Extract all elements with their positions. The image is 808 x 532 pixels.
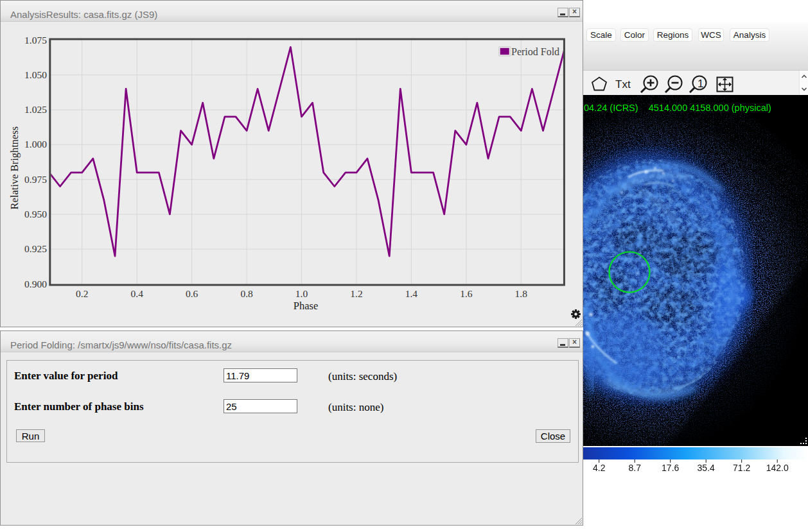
- svg-text:1.0: 1.0: [295, 288, 308, 299]
- svg-text:0.950: 0.950: [24, 209, 47, 219]
- svg-text:71.2: 71.2: [733, 463, 750, 473]
- svg-text:0.925: 0.925: [24, 243, 47, 254]
- svg-text:1.2: 1.2: [350, 288, 362, 299]
- svg-text:1.000: 1.000: [24, 139, 47, 150]
- svg-text:1.050: 1.050: [24, 69, 47, 80]
- svg-text:0.2: 0.2: [76, 288, 88, 299]
- svg-text:1: 1: [698, 78, 703, 90]
- svg-text:1.6: 1.6: [460, 288, 473, 299]
- svg-text:0.8: 0.8: [240, 288, 253, 299]
- svg-text:4.2: 4.2: [593, 463, 606, 473]
- svg-text:35.4: 35.4: [698, 463, 715, 473]
- svg-text:Relative Brightness: Relative Brightness: [8, 126, 21, 210]
- svg-text:1.025: 1.025: [24, 104, 47, 115]
- svg-text:Phase: Phase: [294, 300, 319, 312]
- svg-text:17.6: 17.6: [662, 463, 679, 473]
- svg-text:1.8: 1.8: [515, 288, 528, 299]
- svg-text:0.4: 0.4: [131, 288, 144, 299]
- svg-text:Txt: Txt: [615, 78, 631, 90]
- svg-text:0.900: 0.900: [24, 279, 47, 289]
- svg-text:0.6: 0.6: [186, 288, 198, 299]
- svg-text:8.7: 8.7: [628, 463, 641, 473]
- svg-text:1.075: 1.075: [24, 35, 47, 46]
- svg-text:0.975: 0.975: [24, 174, 47, 185]
- svg-text:Period Fold: Period Fold: [511, 46, 559, 57]
- svg-text:1.4: 1.4: [405, 288, 418, 299]
- svg-text:142.0: 142.0: [766, 463, 789, 473]
